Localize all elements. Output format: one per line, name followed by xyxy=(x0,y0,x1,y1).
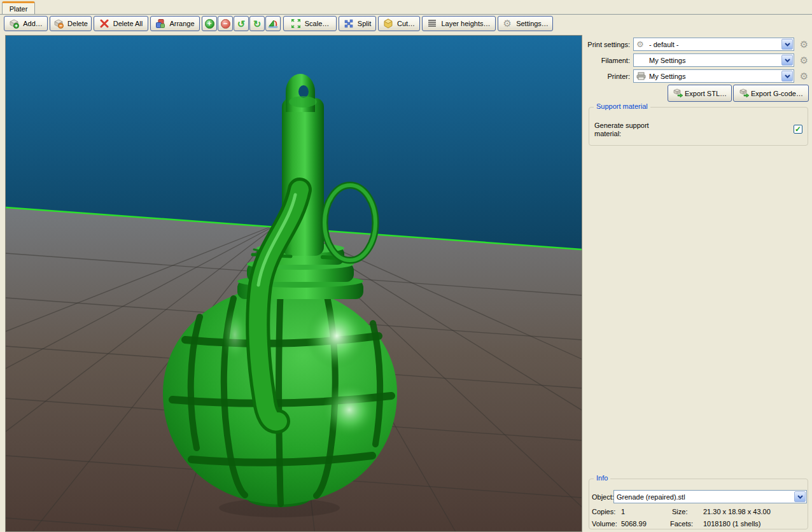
export-stl-button[interactable]: Export STL… xyxy=(668,85,732,102)
rotate-ccw-45-icon: ↺ xyxy=(237,19,246,29)
add-button[interactable]: Add… xyxy=(4,16,48,31)
chevron-down-icon[interactable] xyxy=(794,491,806,502)
gear-icon: ⚙ xyxy=(502,18,512,29)
delete-object-icon xyxy=(53,18,64,29)
3d-scene xyxy=(6,36,582,531)
volume-label: Volume: xyxy=(592,520,617,528)
print-settings-gear-button[interactable]: ⚙ xyxy=(799,39,809,50)
filament-label: Filament: xyxy=(576,57,630,64)
settings-button-label: Settings… xyxy=(516,20,549,27)
print-settings-select[interactable]: ⚙ - default - xyxy=(633,38,794,51)
chevron-down-icon[interactable] xyxy=(781,39,793,50)
plater-3d-viewport[interactable] xyxy=(5,35,582,532)
generate-support-label: Generate support material: xyxy=(594,122,677,138)
split-button-label: Split xyxy=(358,20,371,27)
size-value: 21.30 x 18.98 x 43.00 xyxy=(703,508,771,515)
decrease-copies-button[interactable]: − xyxy=(218,16,233,31)
chevron-down-icon[interactable] xyxy=(781,71,793,81)
scale-button[interactable]: Scale… xyxy=(283,16,337,31)
add-object-icon xyxy=(9,18,19,29)
export-gcode-label: Export G-code… xyxy=(751,90,803,97)
scale-icon xyxy=(291,18,301,29)
increase-copies-button[interactable]: + xyxy=(202,16,217,31)
cut-icon xyxy=(383,18,393,29)
size-label: Size: xyxy=(672,508,687,515)
facets-label: Facets: xyxy=(670,520,693,528)
filament-select[interactable]: My Settings xyxy=(633,53,794,67)
delete-button[interactable]: Delete xyxy=(50,16,92,31)
volume-value: 5068.99 xyxy=(621,520,647,528)
decrease-copies-icon: − xyxy=(221,19,230,29)
printer-gear-button[interactable]: ⚙ xyxy=(799,71,809,81)
rotate-ccw-button[interactable]: ↺ xyxy=(234,16,249,31)
facets-value: 1018180 (1 shells) xyxy=(703,520,761,528)
printer-icon xyxy=(636,72,649,80)
print-settings-value: - default - xyxy=(649,41,678,48)
copies-value: 1 xyxy=(621,508,625,515)
split-icon xyxy=(344,18,354,29)
object-select[interactable]: Grenade (repaired).stl xyxy=(613,490,807,503)
export-stl-label: Export STL… xyxy=(685,90,727,97)
add-button-label: Add… xyxy=(23,20,43,27)
rotate-angle-button[interactable] xyxy=(265,16,281,31)
arrange-button-label: Arrange xyxy=(169,20,194,27)
rotate-cw-45-icon: ↻ xyxy=(253,19,262,29)
cut-button[interactable]: Cut… xyxy=(378,16,420,31)
copies-label: Copies: xyxy=(592,508,615,515)
printer-select[interactable]: My Settings xyxy=(633,69,794,83)
gear-icon: ⚙ xyxy=(636,39,649,49)
printer-value: My Settings xyxy=(649,73,685,80)
filament-gear-button[interactable]: ⚙ xyxy=(799,55,809,66)
rotate-cw-button[interactable]: ↻ xyxy=(249,16,265,31)
delete-button-label: Delete xyxy=(67,20,88,27)
tab-plater[interactable]: Plater xyxy=(2,1,35,15)
filament-value: My Settings xyxy=(649,57,685,64)
delete-all-button-label: Delete All xyxy=(113,20,143,27)
layer-heights-button-label: Layer heights… xyxy=(441,20,490,27)
cut-button-label: Cut… xyxy=(397,20,415,27)
object-value: Grenade (repaired).stl xyxy=(617,493,685,501)
rotate-angle-icon xyxy=(268,18,278,29)
split-button[interactable]: Split xyxy=(339,16,376,31)
print-settings-label: Print settings: xyxy=(576,41,630,48)
delete-all-icon xyxy=(99,18,109,29)
support-material-group-title: Support material xyxy=(594,102,650,110)
scale-button-label: Scale… xyxy=(305,20,330,27)
info-group-title: Info xyxy=(594,474,610,482)
arrange-button[interactable]: Arrange xyxy=(150,16,200,31)
info-group: Info Object: Grenade (repaired).stl Copi… xyxy=(589,479,808,529)
export-icon xyxy=(739,88,749,99)
increase-copies-icon: + xyxy=(205,19,214,29)
export-icon xyxy=(673,88,683,99)
generate-support-checkbox[interactable]: ✓ xyxy=(794,125,802,134)
settings-button[interactable]: ⚙ Settings… xyxy=(498,16,553,31)
delete-all-button[interactable]: Delete All xyxy=(94,16,148,31)
support-material-group: Support material Generate support materi… xyxy=(589,107,808,146)
object-label: Object: xyxy=(592,493,614,501)
toolbar: Add… Delete Delete All Arrange + − ↺ ↻ xyxy=(0,15,812,33)
export-gcode-button[interactable]: Export G-code… xyxy=(733,85,809,102)
arrange-icon xyxy=(155,18,165,29)
printer-label: Printer: xyxy=(576,73,630,80)
layer-heights-icon xyxy=(427,18,437,29)
layer-heights-button[interactable]: Layer heights… xyxy=(422,16,496,31)
chevron-down-icon[interactable] xyxy=(781,55,793,66)
